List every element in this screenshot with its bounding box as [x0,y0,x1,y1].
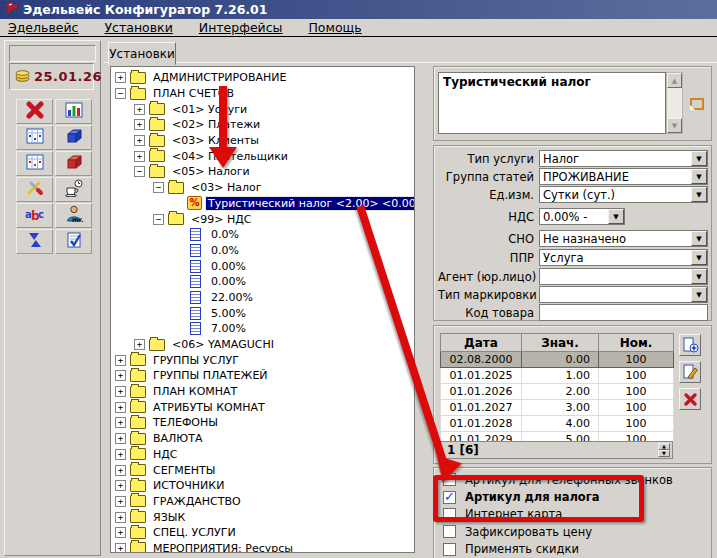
expand-toggle-icon[interactable]: + [115,465,126,476]
service-type-combo[interactable]: Налог ▼ [539,150,708,167]
tree-item[interactable]: −ПЛАН СЧЕТОВ [111,86,414,102]
ppr-combo[interactable]: Услуга ▼ [539,249,708,266]
checkbox[interactable] [443,525,456,538]
sidebar-tools-button[interactable] [16,177,53,202]
product-code-input[interactable] [539,304,708,321]
table-add-button[interactable] [679,334,701,356]
sidebar-checklist-button[interactable] [55,229,92,254]
expand-toggle-icon[interactable]: + [134,151,145,162]
table-row[interactable]: 02.08.20000.00100 [441,352,674,368]
chevron-down-icon[interactable]: ▼ [691,231,707,246]
table-row[interactable]: 01.01.20262.00100 [441,384,674,400]
sidebar-abc-button[interactable]: abc [16,203,53,228]
expand-toggle-icon[interactable]: − [115,88,126,99]
note-icon[interactable] [690,98,704,110]
history-table[interactable]: ДатаЗнач.Ном.02.08.20000.0010001.01.2025… [440,333,674,448]
tree-item[interactable]: +ГРАЖДАНСТВО [111,494,414,510]
expand-toggle-icon[interactable]: − [134,166,145,177]
expand-toggle-icon[interactable]: + [115,370,126,381]
chevron-down-icon[interactable]: ▼ [691,269,707,284]
unit-combo[interactable]: Сутки (сут.) ▼ [539,186,708,203]
menu-item-1[interactable]: Установки [104,20,172,35]
tree-item[interactable]: −<03> Налог [111,180,414,196]
expand-toggle-icon[interactable]: + [115,355,126,366]
expand-toggle-icon[interactable]: + [134,135,145,146]
service-name-textarea[interactable]: Туристический налог [438,72,666,134]
tree-item[interactable]: 5.00% [111,305,414,321]
article-group-combo[interactable]: ПРОЖИВАНИЕ ▼ [539,168,708,185]
sidebar-box-red-button[interactable] [55,151,92,176]
sno-combo[interactable]: Не назначено ▼ [539,230,708,247]
expand-toggle-icon[interactable]: + [115,72,126,83]
tab-ustanovki[interactable]: Установки [108,42,176,65]
tree-item[interactable]: +АТРИБУТЫ КОМНАТ [111,399,414,415]
sidebar-sync-button[interactable] [16,229,53,254]
marking-type-combo[interactable]: ▼ [539,286,708,303]
tree-item[interactable]: +ГРУППЫ УСЛУГ [111,352,414,368]
expand-toggle-icon[interactable]: − [153,214,164,225]
tree-item[interactable]: +НДС [111,447,414,463]
tree-item[interactable]: 7.00% [111,321,414,337]
chevron-down-icon[interactable]: ▼ [691,169,707,184]
expand-toggle-icon[interactable]: + [115,449,126,460]
tree-item[interactable]: 0.00% [111,258,414,274]
tree-item[interactable]: +АДМИНИСТРИРОВАНИЕ [111,70,414,86]
tree-item[interactable]: +<06> YAMAGUCHI [111,337,414,353]
table-row[interactable]: 01.01.20284.00100 [441,416,674,432]
vat-combo[interactable]: 0.00% - ▼ [539,208,625,225]
tree-item[interactable]: +ПЛАН КОМНАТ [111,384,414,400]
spin-down-icon[interactable]: ▼ [658,450,670,457]
tree-item[interactable]: +ЯЗЫК [111,509,414,525]
sidebar-cup-clock-button[interactable] [55,177,92,202]
expand-toggle-icon[interactable]: + [134,339,145,350]
chevron-down-icon[interactable]: ▼ [691,250,707,265]
tree-item[interactable]: +<04> Плательщики [111,148,414,164]
tree-item[interactable]: +МЕРОПРИЯТИЯ: Ресурсы [111,541,414,553]
expand-toggle-icon[interactable]: − [153,182,164,193]
sidebar-manager-button[interactable]: mr. [55,203,92,228]
tree-item[interactable]: +<01> Услуги [111,101,414,117]
table-row[interactable]: 01.01.20273.00100 [441,400,674,416]
tree-item[interactable]: +ТЕЛЕФОНЫ [111,415,414,431]
chevron-down-icon[interactable]: ▼ [691,187,707,202]
expand-toggle-icon[interactable]: + [115,480,126,491]
tree-item[interactable]: %Туристический налог <2.00> <0.00% -> [111,196,414,212]
expand-toggle-icon[interactable]: + [115,512,126,523]
chevron-down-icon[interactable]: ▼ [691,287,707,302]
tree-item[interactable]: +ВАЛЮТА [111,431,414,447]
agent-combo[interactable]: ▼ [539,268,708,285]
expand-toggle-icon[interactable]: + [115,433,126,444]
expand-toggle-icon[interactable]: + [134,104,145,115]
sidebar-plan-red-button[interactable] [16,151,53,176]
tree-item[interactable]: +ГРУППЫ ПЛАТЕЖЕЙ [111,368,414,384]
accounts-tree[interactable]: +АДМИНИСТРИРОВАНИЕ−ПЛАН СЧЕТОВ+<01> Услу… [110,66,415,553]
expand-toggle-icon[interactable]: + [134,119,145,130]
tree-item[interactable]: +ИСТОЧНИКИ [111,478,414,494]
sidebar-chart-button[interactable] [55,99,92,124]
menu-item-0[interactable]: Эдельвейс [8,20,78,35]
expand-toggle-icon[interactable]: + [115,402,126,413]
spin-up-icon[interactable]: ▲ [658,443,670,450]
scroll-down-icon[interactable]: ▼ [667,118,682,133]
name-scrollbar[interactable]: ▲ ▼ [666,72,683,134]
tree-item[interactable]: 22.00% [111,290,414,306]
sidebar-box-blue-button[interactable] [55,125,92,150]
expand-toggle-icon[interactable]: + [115,527,126,538]
table-row[interactable]: 01.01.20251.00100 [441,368,674,384]
expand-toggle-icon[interactable]: + [115,417,126,428]
expand-toggle-icon[interactable]: + [115,386,126,397]
sidebar-plan-blue-button[interactable] [16,125,53,150]
menu-item-3[interactable]: Помощь [308,20,361,35]
chevron-down-icon[interactable]: ▼ [691,151,707,166]
menu-item-2[interactable]: Интерфейсы [199,20,283,35]
chevron-down-icon[interactable]: ▼ [608,209,624,224]
tree-item[interactable]: +СЕГМЕНТЫ [111,462,414,478]
tree-item[interactable]: +<03> Клиенты [111,133,414,149]
tree-item[interactable]: +<02> Платежи [111,117,414,133]
row-spinner[interactable]: ▲ ▼ [658,443,670,457]
expand-toggle-icon[interactable]: + [115,543,126,553]
checkbox[interactable] [443,543,456,556]
table-edit-button[interactable] [679,361,701,383]
expand-toggle-icon[interactable]: + [115,496,126,507]
tree-item[interactable]: +СПЕЦ. УСЛУГИ [111,525,414,541]
